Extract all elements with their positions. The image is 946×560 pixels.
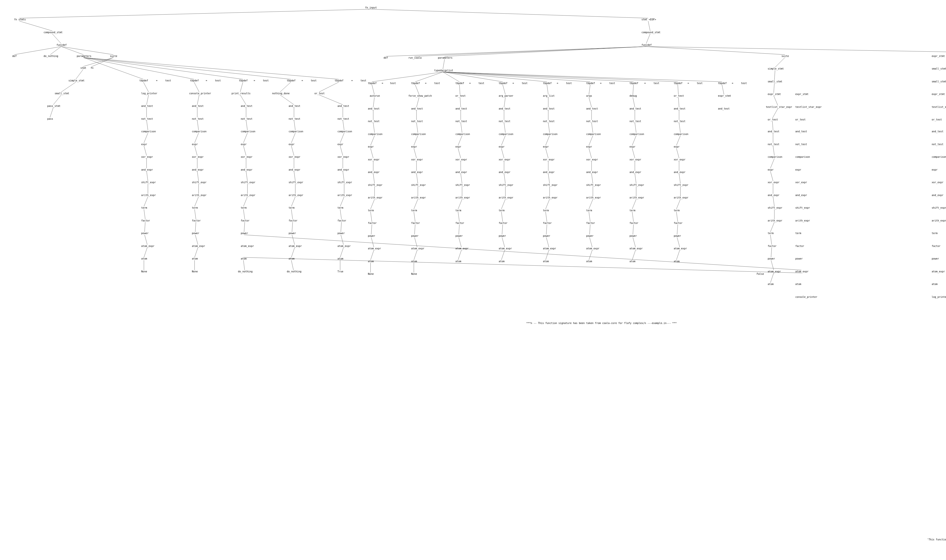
tree-node-eq_a4: =: [302, 79, 303, 82]
tree-node-root_fn_input: fn_input: [365, 6, 377, 9]
svg-line-113: [547, 85, 548, 95]
tree-node-expr_2f: expr: [586, 145, 592, 148]
svg-line-124: [633, 97, 635, 107]
tree-node-pass1: pass: [47, 117, 53, 120]
tree-node-factor_k5: factor: [337, 219, 346, 222]
svg-line-41: [243, 133, 248, 143]
tree-node-tbpdef_b9: tbpdef: [718, 82, 727, 85]
tree-node-arithexpr_2d: arith_expr: [499, 196, 513, 199]
svg-line-91: [243, 260, 245, 270]
tree-node-testlist_m1: testlist_star_expr: [795, 106, 822, 108]
svg-line-54: [147, 171, 148, 181]
svg-line-103: [443, 72, 503, 82]
svg-line-2: [19, 21, 52, 31]
tree-node-run_coala2: run_coala: [408, 57, 422, 59]
tree-node-atom_2f: atom: [586, 260, 592, 263]
svg-line-182: [370, 199, 374, 209]
svg-line-208: [459, 237, 461, 248]
tree-node-power_l3: power: [241, 232, 248, 235]
tree-node-expr_2d: expr: [499, 145, 504, 148]
tree-node-power_s1: power: [932, 257, 939, 260]
svg-line-157: [676, 148, 679, 158]
tree-node-andexpr_2d: and_expr: [499, 171, 510, 174]
tree-node-power_r6: power: [768, 257, 775, 260]
svg-line-191: [414, 212, 415, 222]
svg-line-96: [385, 46, 646, 57]
svg-line-152: [458, 148, 461, 158]
tree-node-lbl_arglist: arg_list: [543, 94, 555, 97]
tree-node-shiftexpr_h3: shift_expr: [241, 181, 255, 184]
svg-line-120: [460, 97, 461, 107]
tree-node-term_2c: term: [455, 209, 461, 212]
tree-node-leaf_none2: None: [192, 270, 198, 273]
tree-node-xorexpr_2g: xor_expr: [630, 158, 641, 161]
tree-node-xorexpr_f2: xor_expr: [192, 155, 203, 158]
tree-node-tbpdef_a5: tbpdef: [335, 79, 344, 82]
svg-line-74: [145, 222, 145, 232]
svg-line-231: [772, 121, 773, 130]
tree-node-test_b1: test: [390, 82, 396, 85]
svg-line-57: [294, 171, 296, 181]
svg-line-98: [445, 46, 646, 57]
tree-node-shiftexpr_2a: shift_expr: [368, 184, 382, 186]
tree-node-factor_m3: factor: [795, 245, 804, 248]
svg-line-92: [291, 260, 294, 270]
tree-node-eq_b6: =: [600, 82, 601, 85]
tree-node-xorexpr_m3: xor_expr: [795, 181, 807, 184]
tree-node-console_printer_a: console_printer: [795, 295, 817, 298]
tree-node-test_a2: test: [215, 79, 221, 82]
svg-line-8: [83, 58, 113, 67]
tree-node-arithexpr_2a: arith_expr: [368, 196, 382, 199]
tree-node-atomexpr_2h: atom_expr: [674, 247, 687, 250]
tree-node-and_test_r6: and_test: [768, 130, 780, 133]
svg-line-24: [147, 95, 149, 105]
tree-node-testlist_s1: testlist_star_expr: [932, 106, 946, 108]
tree-node-leaf_none4: None: [411, 272, 417, 275]
svg-line-214: [370, 250, 374, 260]
tree-node-log_printer_a: log_printer: [932, 295, 946, 298]
tree-node-expr_2c: expr: [455, 145, 461, 148]
svg-line-211: [590, 237, 592, 248]
tree-node-comp_2b: comparison: [411, 133, 426, 135]
tree-node-test_b6: test: [609, 82, 615, 85]
tree-node-term_j1: term: [141, 206, 147, 209]
tree-node-expr_e2: expr: [192, 143, 198, 146]
tree-node-expr_stmt_s1: expr_stmt: [932, 93, 945, 95]
tree-node-and_test_s1: and_test: [932, 130, 943, 133]
tree-node-compound_stmt_1: compound_stmt: [44, 31, 63, 34]
tree-node-passstmt1: pass_stmt: [47, 105, 60, 107]
tree-node-andexpr_2a: and_expr: [368, 171, 379, 174]
tree-node-expr_2a: expr: [368, 145, 374, 148]
tree-node-xorexpr_f4: xor_expr: [289, 155, 300, 158]
svg-line-217: [501, 250, 505, 260]
svg-line-169: [504, 174, 505, 184]
tree-node-funcdef_r1: funcdef: [641, 44, 652, 46]
tree-node-andexpr_g3: and_expr: [241, 168, 253, 171]
tree-node-or_test_m3: or_test: [795, 118, 806, 121]
tree-node-power_2c: power: [455, 235, 462, 237]
svg-line-141: [679, 123, 681, 133]
tree-node-andtest_2c: and_test: [455, 107, 467, 110]
tree-node-atom_2b: atom: [411, 260, 417, 263]
svg-line-218: [545, 250, 549, 260]
tree-node-comp_2a: comparison: [368, 133, 382, 135]
svg-line-229: [773, 96, 778, 106]
tree-node-term_j5: term: [337, 206, 343, 209]
svg-line-154: [545, 148, 548, 158]
svg-line-6: [61, 46, 83, 55]
tree-node-power_2a: power: [368, 235, 375, 237]
tree-node-or_test_r1: or_test: [768, 118, 778, 121]
svg-line-189: [676, 199, 681, 209]
tree-node-arithexpr_2h: arith_expr: [674, 196, 688, 199]
tree-node-comp_d2: comparison: [192, 130, 206, 133]
svg-line-69: [144, 209, 145, 219]
tree-node-stmt_eof1: stmt <EOF>: [641, 18, 656, 21]
tree-node-factor_2b: factor: [411, 222, 420, 225]
svg-line-111: [459, 85, 460, 95]
svg-line-16: [83, 58, 243, 80]
svg-line-66: [243, 197, 248, 207]
tree-node-andtest_2i: and_test: [718, 107, 729, 110]
tree-node-suite1: suite: [110, 55, 117, 57]
tree-node-lbl_ortest3: or_test: [674, 94, 684, 97]
svg-line-102: [443, 72, 459, 82]
